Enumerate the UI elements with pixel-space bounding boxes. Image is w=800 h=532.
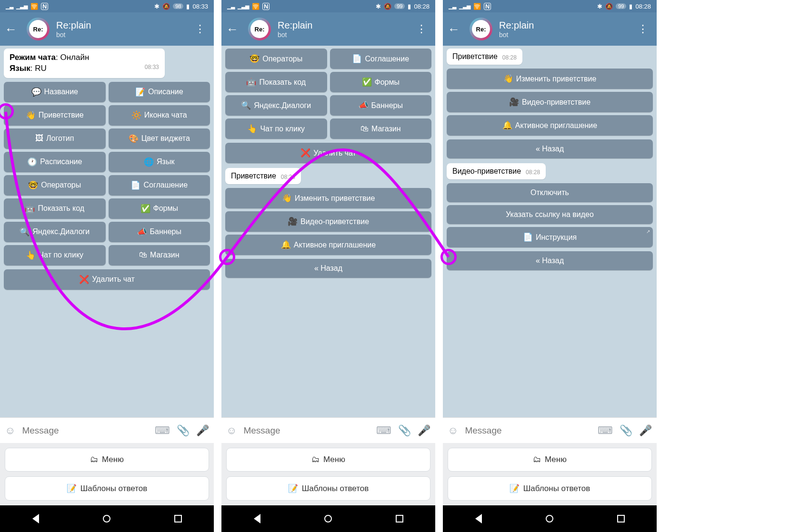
nav-home-icon[interactable] — [100, 512, 113, 525]
mic-icon[interactable]: 🎤 — [196, 424, 209, 437]
back-button[interactable]: « Назад — [225, 259, 431, 278]
phone-screen-1: ▁▃ ▁▃▅ 🛜 N ✱ 🔕 98 ▮ 08:33 ← Re: Re:plain… — [0, 0, 214, 532]
nav-back-icon[interactable] — [250, 512, 264, 525]
inline-button[interactable]: 👆Чат по клику — [225, 118, 327, 139]
keyboard-icon[interactable]: ⌨ — [598, 424, 613, 437]
android-nav-bar — [0, 505, 214, 532]
menu-button[interactable]: 🗂Меню — [5, 448, 209, 472]
inline-button[interactable]: 📄Инструкция↗ — [447, 227, 653, 247]
chat-title: Re:plain — [278, 20, 412, 31]
nav-home-icon[interactable] — [321, 512, 335, 525]
mic-icon[interactable]: 🎤 — [639, 424, 652, 437]
inline-button[interactable]: ✅Формы — [330, 72, 432, 92]
inline-button[interactable]: 🖼Логотип — [4, 128, 106, 149]
avatar[interactable]: Re: — [27, 18, 50, 40]
message-input[interactable] — [465, 425, 591, 436]
inline-button[interactable]: 📄Соглашение — [330, 49, 432, 69]
back-button[interactable]: « Назад — [447, 139, 653, 158]
battery-icon: ▮ — [186, 3, 190, 10]
back-button-2[interactable]: « Назад — [447, 251, 653, 270]
inline-button[interactable]: 🕐Расписание — [4, 152, 106, 172]
menu-button[interactable]: 🗂Меню — [448, 448, 652, 472]
more-icon[interactable]: ⋮ — [191, 23, 209, 35]
battery-level: 99 — [394, 3, 405, 9]
nav-home-icon[interactable] — [543, 512, 556, 525]
menu-button[interactable]: 🗂Меню — [226, 448, 430, 472]
keyboard-icon[interactable]: ⌨ — [155, 424, 170, 437]
nav-back-icon[interactable] — [472, 512, 485, 525]
nfc-icon: N — [484, 3, 491, 10]
inline-button[interactable]: Указать ссылку на видео — [447, 205, 653, 224]
message-input[interactable] — [22, 425, 148, 436]
inline-button[interactable]: 🌐Язык — [109, 152, 210, 172]
nfc-icon: N — [41, 3, 48, 10]
inline-button[interactable]: 🔔Активное приглашение — [225, 235, 431, 255]
reply-keyboard: 🗂Меню 📝Шаблоны ответов — [443, 443, 657, 505]
inline-button[interactable]: ✅Формы — [109, 198, 210, 219]
inline-button[interactable]: 🔍Яндекс.Диалоги — [4, 222, 106, 242]
templates-button[interactable]: 📝Шаблоны ответов — [5, 476, 209, 501]
inline-button[interactable]: 📣Баннеры — [330, 95, 432, 116]
mic-icon[interactable]: 🎤 — [418, 424, 430, 437]
more-icon[interactable]: ⋮ — [634, 23, 652, 35]
inline-button[interactable]: 👋Приветствие — [4, 105, 106, 126]
nav-recent-icon[interactable] — [614, 512, 628, 525]
nav-recent-icon[interactable] — [171, 512, 185, 525]
message-input-bar: ☺ ⌨ 📎 🎤 — [0, 417, 214, 443]
delete-chat-button[interactable]: ❌Удалить чат — [225, 143, 431, 163]
chat-subtitle: bot — [278, 31, 412, 39]
inline-button[interactable]: 🤖Показать код — [4, 198, 106, 219]
wifi-icon: 🛜 — [252, 3, 260, 10]
attach-icon[interactable]: 📎 — [620, 424, 632, 437]
mute-icon: 🔕 — [605, 3, 613, 10]
inline-button[interactable]: 📝Описание — [109, 82, 210, 102]
inline-button[interactable]: 📣Баннеры — [109, 222, 210, 242]
back-arrow-icon[interactable]: ← — [448, 22, 460, 37]
mute-icon: 🔕 — [162, 3, 170, 10]
back-arrow-icon[interactable]: ← — [226, 22, 239, 37]
chat-area[interactable]: Приветствие08:28 👋Изменить приветствие🎥В… — [443, 46, 657, 417]
inline-button[interactable]: 🎥Видео-приветствие — [225, 211, 431, 232]
inline-button[interactable]: 📄Соглашение — [109, 175, 210, 196]
more-icon[interactable]: ⋮ — [412, 23, 430, 35]
inline-button[interactable]: 🤓Операторы — [4, 175, 106, 196]
chat-area[interactable]: 🤓Операторы📄Соглашение🤖Показать код✅Формы… — [221, 46, 435, 417]
inline-button[interactable]: 👋Изменить приветствие — [447, 69, 653, 89]
inline-button[interactable]: 🔔Активное приглашение — [447, 115, 653, 136]
message-input[interactable] — [243, 425, 370, 436]
inline-button[interactable]: 🎨Цвет виджета — [109, 128, 210, 149]
templates-button[interactable]: 📝Шаблоны ответов — [448, 476, 652, 501]
inline-button[interactable]: 🔍Яндекс.Диалоги — [225, 95, 327, 116]
sticker-icon[interactable]: ☺ — [226, 424, 237, 437]
chat-area[interactable]: Режим чата: Онлайн Язык: RU08:33 💬Назван… — [0, 46, 214, 417]
back-arrow-icon[interactable]: ← — [5, 22, 17, 37]
battery-icon: ▮ — [408, 3, 411, 10]
message-bubble-2: Видео-приветствие08:28 — [447, 163, 546, 179]
sticker-icon[interactable]: ☺ — [448, 424, 458, 437]
sticker-icon[interactable]: ☺ — [5, 424, 15, 437]
inline-button[interactable]: 🛍Магазин — [330, 118, 432, 139]
inline-button[interactable]: 🎥Видео-приветствие — [447, 92, 653, 112]
delete-chat-button[interactable]: ❌Удалить чат — [4, 269, 210, 290]
templates-button[interactable]: 📝Шаблоны ответов — [226, 476, 430, 501]
attach-icon[interactable]: 📎 — [398, 424, 411, 437]
message-input-bar: ☺ ⌨ 📎 🎤 — [221, 417, 435, 443]
inline-button[interactable]: 👋Изменить приветствие — [225, 188, 431, 208]
nav-recent-icon[interactable] — [393, 512, 406, 525]
nav-back-icon[interactable] — [29, 512, 42, 525]
avatar[interactable]: Re: — [470, 18, 492, 40]
inline-button[interactable]: 🛍Магазин — [109, 245, 210, 266]
inline-button[interactable]: 👆Чат по клику — [4, 245, 106, 266]
inline-keyboard-bottom: 👋Изменить приветствие🎥Видео-приветствие🔔… — [225, 188, 431, 255]
inline-button[interactable]: 🤖Показать код — [225, 72, 327, 92]
keyboard-icon[interactable]: ⌨ — [376, 424, 391, 437]
inline-button[interactable]: 🤓Операторы — [225, 49, 327, 69]
avatar[interactable]: Re: — [248, 18, 271, 40]
inline-keyboard-1: 👋Изменить приветствие🎥Видео-приветствие🔔… — [447, 69, 653, 136]
inline-button[interactable]: 🔆Иконка чата — [109, 105, 210, 126]
message-time: 08:28 — [502, 54, 517, 61]
inline-button[interactable]: Отключить — [447, 183, 653, 202]
attach-icon[interactable]: 📎 — [177, 424, 190, 437]
wifi-icon: 🛜 — [30, 3, 38, 10]
inline-button[interactable]: 💬Название — [4, 82, 106, 102]
